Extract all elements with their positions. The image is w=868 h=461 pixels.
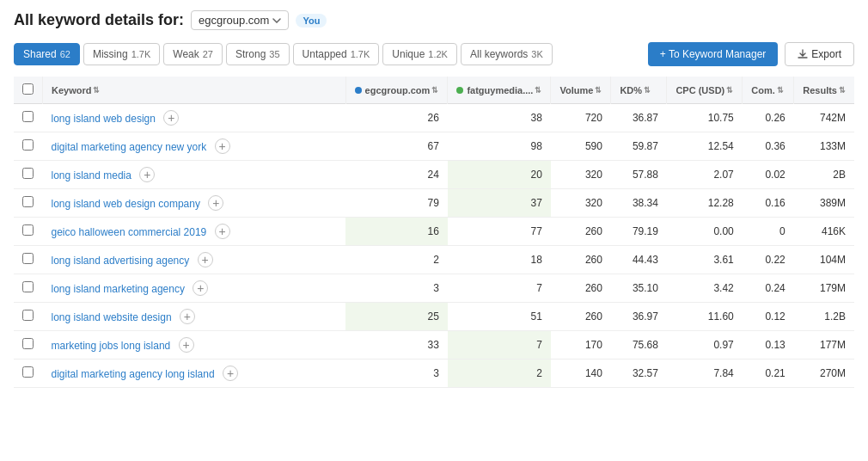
keyword-link-9[interactable]: digital marketing agency long island — [52, 368, 215, 380]
tab-count-untapped: 1.7K — [351, 49, 370, 59]
egc-rank-cell: 24 — [345, 161, 448, 189]
col-header-volume[interactable]: Volume⇅ — [551, 77, 611, 104]
egc-rank-cell: 25 — [345, 303, 448, 331]
keyword-link-3[interactable]: long island web design company — [52, 198, 200, 210]
fat-rank-cell: 77 — [448, 218, 551, 246]
kd-cell: 38.34 — [611, 189, 667, 218]
row-checkbox-7[interactable] — [22, 310, 34, 321]
page-container: All keyword details for: egcgroup.com Yo… — [0, 0, 868, 398]
com-cell: 0.24 — [743, 274, 794, 303]
add-keyword-button-9[interactable]: + — [223, 366, 238, 381]
sort-icon-com: ⇅ — [777, 86, 784, 95]
keyword-cell: geico halloween commercial 2019 + — [43, 218, 346, 246]
com-cell: 0.02 — [743, 161, 794, 189]
keyword-link-2[interactable]: long island media — [52, 169, 131, 181]
tab-untapped[interactable]: Untapped1.7K — [293, 43, 380, 65]
domain-selector[interactable]: egcgroup.com — [191, 10, 289, 30]
add-keyword-button-1[interactable]: + — [215, 138, 230, 154]
kd-cell: 57.88 — [611, 161, 667, 189]
com-cell: 0.16 — [743, 189, 794, 218]
keyword-link-8[interactable]: marketing jobs long island — [52, 340, 171, 352]
cpc-cell: 3.42 — [667, 274, 743, 303]
tab-label-strong: Strong — [235, 48, 266, 60]
col-header-com[interactable]: Com.⇅ — [743, 77, 794, 104]
fat-rank-cell: 18 — [448, 246, 551, 274]
add-keyword-button-8[interactable]: + — [179, 337, 194, 353]
cpc-cell: 0.00 — [667, 218, 743, 246]
keyword-link-7[interactable]: long island website design — [52, 311, 172, 323]
add-keyword-button-2[interactable]: + — [139, 167, 155, 182]
volume-cell: 140 — [551, 360, 611, 388]
row-checkbox-cell — [14, 189, 43, 218]
tab-shared[interactable]: Shared62 — [14, 43, 80, 65]
tab-label-missing: Missing — [93, 48, 128, 60]
tab-weak[interactable]: Weak27 — [163, 43, 223, 65]
volume-cell: 260 — [551, 218, 611, 246]
volume-cell: 260 — [551, 303, 611, 331]
add-keyword-button-5[interactable]: + — [198, 252, 213, 267]
row-checkbox-8[interactable] — [22, 338, 34, 349]
tab-missing[interactable]: Missing1.7K — [83, 43, 160, 65]
fat-rank-cell: 37 — [448, 189, 551, 218]
keywords-table: Keyword⇅ egcgroup.com⇅ fatguymedia....⇅ … — [14, 77, 854, 388]
table-row: marketing jobs long island + 33 7 170 75… — [14, 331, 854, 360]
page-title: All keyword details for: — [14, 11, 184, 29]
table-row: long island media + 24 20 320 57.88 2.07… — [14, 161, 854, 189]
col-header-cpc[interactable]: CPC (USD)⇅ — [667, 77, 743, 104]
row-checkbox-1[interactable] — [22, 139, 34, 151]
cpc-cell: 10.75 — [667, 104, 743, 132]
volume-cell: 260 — [551, 246, 611, 274]
keyword-link-0[interactable]: long island web design — [52, 113, 156, 125]
volume-cell: 320 — [551, 161, 611, 189]
keyword-link-6[interactable]: long island marketing agency — [52, 283, 185, 295]
row-checkbox-6[interactable] — [22, 281, 34, 292]
table-row: long island web design + 26 38 720 36.87… — [14, 104, 854, 132]
row-checkbox-cell — [14, 104, 43, 132]
add-keyword-button-0[interactable]: + — [163, 110, 179, 126]
col-header-fat[interactable]: fatguymedia....⇅ — [448, 77, 551, 104]
keyword-link-4[interactable]: geico halloween commercial 2019 — [52, 226, 207, 238]
results-cell: 133M — [794, 132, 854, 161]
keyword-link-1[interactable]: digital marketing agency new york — [52, 141, 207, 153]
add-keyword-button-4[interactable]: + — [215, 224, 230, 239]
tab-all[interactable]: All keywords3K — [461, 43, 553, 65]
tabs-row: Shared62Missing1.7KWeak27Strong35Untappe… — [14, 42, 854, 66]
row-checkbox-5[interactable] — [22, 253, 34, 264]
row-checkbox-0[interactable] — [22, 111, 34, 122]
egc-rank-cell: 16 — [345, 218, 448, 246]
egc-rank-cell: 3 — [345, 360, 448, 388]
add-keyword-button-3[interactable]: + — [208, 195, 223, 211]
keyword-cell: long island advertising agency + — [43, 246, 346, 274]
table-row: digital marketing agency long island + 3… — [14, 360, 854, 388]
tab-unique[interactable]: Unique1.2K — [382, 43, 457, 65]
select-all-checkbox[interactable] — [22, 83, 34, 95]
col-header-egc[interactable]: egcgroup.com⇅ — [345, 77, 448, 104]
tab-label-untapped: Untapped — [303, 48, 347, 60]
row-checkbox-cell — [14, 132, 43, 161]
kd-cell: 35.10 — [611, 274, 667, 303]
select-all-header[interactable] — [14, 77, 43, 104]
row-checkbox-9[interactable] — [22, 366, 34, 378]
fat-rank-cell: 7 — [448, 331, 551, 360]
cpc-cell: 12.54 — [667, 132, 743, 161]
export-button[interactable]: Export — [785, 42, 854, 66]
page-header: All keyword details for: egcgroup.com Yo… — [14, 10, 854, 30]
chevron-down-icon — [272, 18, 281, 23]
keyword-cell: long island media + — [43, 161, 346, 189]
row-checkbox-cell — [14, 218, 43, 246]
keyword-link-5[interactable]: long island advertising agency — [52, 255, 190, 267]
tab-strong[interactable]: Strong35 — [226, 43, 290, 65]
tab-count-unique: 1.2K — [428, 49, 448, 59]
add-keyword-button-7[interactable]: + — [180, 309, 195, 324]
com-cell: 0 — [743, 218, 794, 246]
row-checkbox-2[interactable] — [22, 168, 34, 179]
col-header-kd[interactable]: KD%⇅ — [611, 77, 667, 104]
col-header-results[interactable]: Results⇅ — [794, 77, 854, 104]
row-checkbox-cell — [14, 331, 43, 360]
row-checkbox-4[interactable] — [22, 224, 34, 236]
kd-cell: 75.68 — [611, 331, 667, 360]
row-checkbox-3[interactable] — [22, 196, 34, 207]
col-header-keyword[interactable]: Keyword⇅ — [43, 77, 346, 104]
keyword-manager-button[interactable]: + To Keyword Manager — [648, 42, 779, 66]
add-keyword-button-6[interactable]: + — [193, 280, 208, 296]
